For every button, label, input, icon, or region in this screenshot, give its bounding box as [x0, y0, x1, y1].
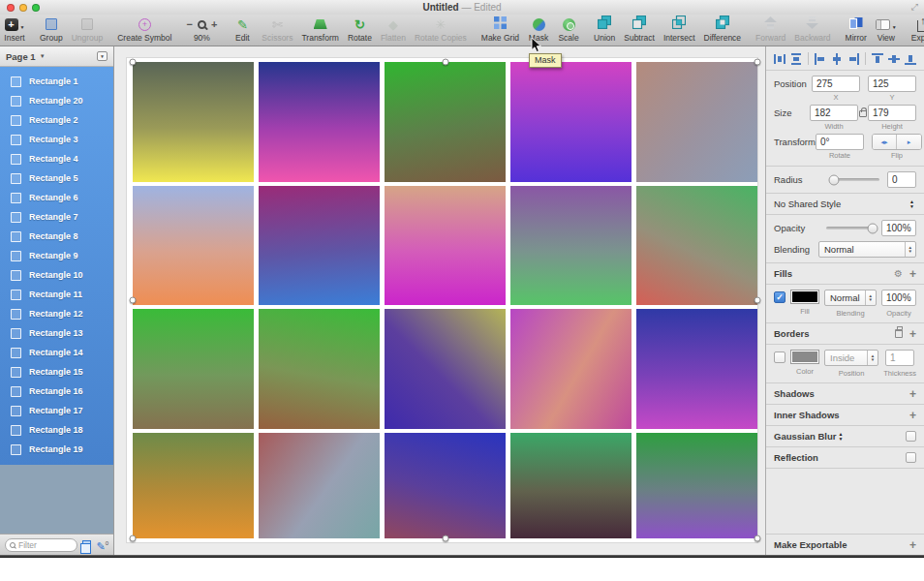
align-center-horizontal-icon[interactable] — [831, 53, 843, 65]
canvas[interactable] — [114, 46, 765, 555]
add-shadow-button[interactable]: + — [909, 389, 916, 399]
layer-row[interactable]: Rectangle 14 — [0, 343, 113, 362]
size-width-input[interactable] — [810, 105, 858, 121]
difference-button[interactable]: Difference — [704, 16, 742, 43]
align-right-icon[interactable] — [847, 53, 859, 65]
group-button[interactable]: Group — [40, 16, 63, 43]
radius-slider[interactable] — [832, 178, 879, 181]
shared-style-stepper-icon[interactable]: ▲▼ — [908, 199, 916, 209]
selection-handle[interactable] — [755, 535, 761, 542]
opacity-slider[interactable] — [826, 227, 874, 229]
canvas-rectangle[interactable] — [259, 62, 380, 182]
selection-handle[interactable] — [442, 59, 448, 66]
selection-handle[interactable] — [130, 59, 137, 66]
canvas-rectangle[interactable] — [133, 309, 254, 429]
radius-input[interactable] — [887, 171, 916, 188]
union-button[interactable]: Union — [594, 16, 615, 43]
selection-handle[interactable] — [755, 297, 761, 304]
border-color-swatch[interactable] — [790, 350, 819, 364]
lock-ratio-icon[interactable] — [859, 110, 867, 117]
canvas-rectangle[interactable] — [259, 309, 380, 429]
radius-slider-knob[interactable] — [828, 174, 839, 185]
blur-type-stepper-icon[interactable]: ▲▼ — [836, 432, 845, 442]
layer-row[interactable]: Rectangle 13 — [0, 323, 113, 343]
align-middle-vertical-icon[interactable] — [888, 53, 900, 65]
canvas-rectangle[interactable] — [636, 433, 757, 538]
opacity-slider-knob[interactable] — [867, 223, 878, 233]
canvas-rectangle[interactable] — [636, 62, 757, 182]
size-height-input[interactable] — [868, 105, 916, 121]
selection-handle[interactable] — [130, 535, 137, 542]
minimize-window-button[interactable] — [19, 4, 27, 12]
layer-row[interactable]: Rectangle 16 — [0, 382, 113, 401]
intersect-button[interactable]: Intersect — [663, 16, 695, 43]
filter-input[interactable]: Filter — [5, 538, 77, 552]
zoom-window-button[interactable] — [32, 4, 40, 12]
canvas-rectangle[interactable] — [510, 62, 631, 182]
canvas-rectangle[interactable] — [385, 62, 506, 182]
align-bottom-icon[interactable] — [905, 53, 916, 65]
layer-row[interactable]: Rectangle 2 — [0, 110, 113, 130]
flip-horizontal-button[interactable]: ◂▸ — [873, 135, 897, 149]
fill-enabled-checkbox[interactable]: ✓ — [774, 291, 785, 303]
fullscreen-icon[interactable]: ⤢ — [911, 2, 918, 13]
layer-row[interactable]: Rectangle 20 — [0, 91, 113, 110]
add-fill-button[interactable]: + — [909, 269, 916, 279]
canvas-rectangle[interactable] — [133, 62, 254, 182]
position-x-input[interactable] — [812, 76, 860, 92]
canvas-rectangle[interactable] — [133, 186, 254, 305]
align-top-icon[interactable] — [872, 53, 883, 65]
pages-icon[interactable] — [82, 540, 91, 549]
layer-row[interactable]: Rectangle 4 — [0, 149, 113, 168]
make-exportable-button[interactable]: + — [909, 540, 916, 550]
view-button[interactable]: ▼View — [876, 16, 897, 43]
layer-row[interactable]: Rectangle 19 — [0, 440, 113, 459]
create-symbol-button[interactable]: +Create Symbol — [117, 16, 171, 43]
layer-row[interactable]: Rectangle 1 — [0, 72, 113, 91]
layer-row[interactable]: Rectangle 8 — [0, 227, 113, 246]
transform-button[interactable]: Transform — [301, 16, 338, 43]
layer-row[interactable]: Rectangle 18 — [0, 420, 113, 440]
layer-row[interactable]: Rectangle 7 — [0, 207, 113, 227]
edit-button[interactable]: ✎Edit — [231, 16, 253, 43]
make-grid-button[interactable]: Make Grid — [481, 16, 519, 43]
rotate-button[interactable]: ↻Rotate — [348, 16, 372, 43]
canvas-rectangle[interactable] — [385, 186, 506, 305]
layer-row[interactable]: Rectangle 9 — [0, 246, 113, 265]
align-left-icon[interactable] — [815, 53, 826, 65]
selection-handle[interactable] — [755, 59, 761, 66]
layer-row[interactable]: Rectangle 5 — [0, 168, 113, 188]
page-list-toggle-icon[interactable]: ▾ — [97, 51, 108, 61]
90--button[interactable]: −+90% — [186, 16, 217, 43]
gear-icon[interactable]: ⚙ — [894, 268, 903, 279]
add-inner-shadow-button[interactable]: + — [909, 411, 916, 420]
export-button[interactable]: Export — [911, 16, 924, 43]
fill-color-swatch[interactable] — [790, 290, 819, 304]
border-enabled-checkbox[interactable] — [774, 352, 785, 363]
pencil-icon[interactable]: ✎0 — [96, 538, 108, 551]
fill-blending-select[interactable]: Normal ▲▼ — [824, 290, 877, 306]
mirror-button[interactable]: Mirror — [846, 16, 867, 43]
selection-handle[interactable] — [442, 535, 448, 542]
distribute-vertical-icon[interactable] — [790, 53, 802, 65]
page-selector[interactable]: Page 1 ▼ ▾ — [0, 46, 113, 67]
canvas-rectangle[interactable] — [259, 433, 380, 538]
canvas-rectangle[interactable] — [259, 186, 380, 305]
insert-button[interactable]: +▼Insert — [4, 16, 25, 43]
border-thickness-input[interactable] — [885, 350, 914, 366]
reflection-checkbox[interactable] — [906, 452, 916, 463]
flip-vertical-button[interactable]: ▸ — [897, 135, 921, 149]
opacity-input[interactable] — [881, 220, 916, 236]
canvas-rectangle[interactable] — [636, 186, 757, 305]
layer-row[interactable]: Rectangle 3 — [0, 130, 113, 149]
close-window-button[interactable] — [7, 4, 15, 12]
scale-button[interactable]: Scale — [558, 16, 579, 43]
fill-opacity-input[interactable] — [881, 290, 916, 306]
canvas-rectangle[interactable] — [133, 433, 254, 538]
layer-row[interactable]: Rectangle 10 — [0, 265, 113, 285]
layer-row[interactable]: Rectangle 11 — [0, 285, 113, 304]
canvas-rectangle[interactable] — [510, 433, 631, 538]
blending-select[interactable]: Normal ▲▼ — [818, 241, 916, 258]
layer-row[interactable]: Rectangle 12 — [0, 304, 113, 323]
zoom-out-button[interactable]: − — [186, 18, 192, 30]
